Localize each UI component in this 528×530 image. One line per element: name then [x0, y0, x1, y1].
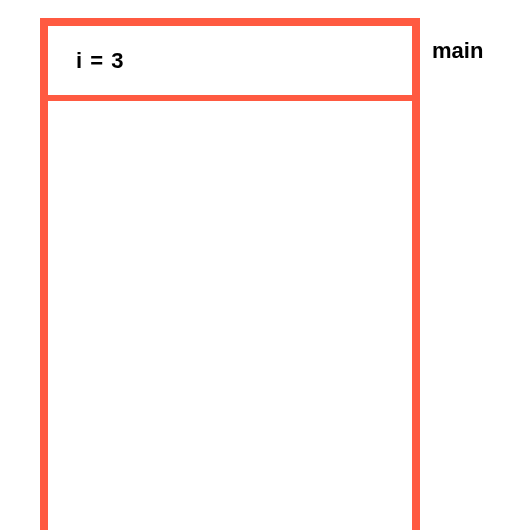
- stack-top-border: [40, 18, 420, 26]
- frame-label: main: [432, 38, 483, 64]
- call-stack: i = 3: [40, 18, 420, 530]
- stack-frame: i = 3: [48, 26, 412, 101]
- frame-variable: i = 3: [76, 48, 124, 74]
- stack-right-wall: [412, 18, 420, 530]
- stack-left-wall: [40, 18, 48, 530]
